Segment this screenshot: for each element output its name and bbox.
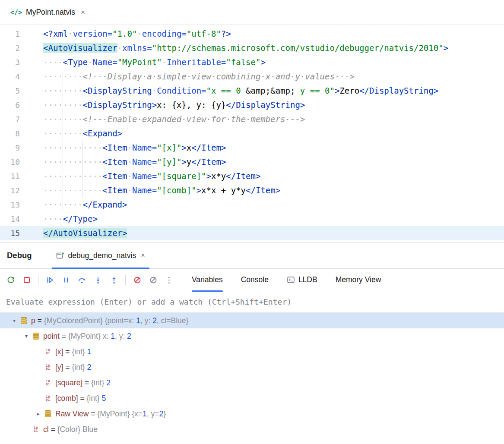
rerun-debug-icon[interactable] [6,275,15,284]
expand-chevron-icon[interactable]: ▸ [33,411,44,417]
variable-value: {x= [132,409,143,419]
primitive-value-icon: 1001 [44,395,55,402]
editor-code[interactable]: 1<?xml·version="1.0"·encoding="utf-8"?>2… [0,25,504,242]
variable-row-cl[interactable]: 1001cl = {Color} Blue [0,422,504,437]
debug-view-tabs: VariablesConsoleLLDBMemory View [192,269,381,291]
tab-variables[interactable]: Variables [192,269,223,291]
variable-row-raw-view[interactable]: ▸Raw View = {MyPoint} {x=1, y=2} [0,406,504,422]
tab-label: Variables [192,275,223,284]
editor-tab-title: MyPoint.natvis [26,8,75,17]
editor-tab-mypoint-natvis[interactable]: </> MyPoint.natvis × [6,0,89,25]
code-line-11[interactable]: 11············<Item·Name="[square]">x*y<… [0,169,504,183]
variable-type: {MyColoredPoint} [44,316,105,325]
tab-label: LLDB [298,275,317,284]
variable-value: {point=x: [105,316,136,325]
expand-chevron-icon[interactable]: ▾ [21,333,32,339]
code-line-6[interactable]: 6········<DisplayString>x: {x}, y: {y}</… [0,98,504,112]
primitive-value-icon: 1001 [44,380,55,386]
code-line-15[interactable]: 15</AutoVisualizer> [0,226,504,240]
equals-sign: = [89,409,98,419]
mute-breakpoints-icon[interactable] [133,275,142,284]
object-stack-icon [44,410,55,418]
step-over-icon[interactable] [77,275,86,284]
equals-sign: = [78,394,87,403]
variable-type: {MyPoint} [97,409,132,419]
variable-name: Raw View [55,409,89,419]
variable-value: Blue [82,425,98,434]
line-number: 9 [0,141,20,155]
code-line-14[interactable]: 14····</Type> [0,212,504,226]
variable-row-x[interactable]: 1001[x] = {int} 1 [0,344,504,359]
line-number: 12 [0,183,20,198]
variable-name: [x] [55,347,63,356]
more-actions-icon[interactable]: ⋮ [165,275,174,284]
variable-name: [y] [55,363,63,372]
variable-type: {int} [91,378,106,387]
equals-sign: = [60,332,68,341]
variable-value: , y: [140,316,152,325]
step-into-icon[interactable] [93,275,102,284]
variable-value: , y= [147,409,159,419]
line-number: 7 [0,112,20,126]
close-session-icon[interactable]: × [141,252,145,259]
line-number: 3 [0,55,20,69]
code-line-4[interactable]: 4········<!--·Display·a·simple·view·comb… [0,69,504,84]
line-number: 11 [0,169,20,183]
code-line-3[interactable]: 3····<Type·Name="MyPoint"·Inheritable="f… [0,55,504,69]
stop-icon[interactable] [22,275,31,284]
variable-type: {Color} [57,425,82,434]
line-number: 5 [0,84,20,98]
variables-tree: ▾p = {MyColoredPoint} {point=x: 1, y: 2,… [0,313,504,437]
line-number: 8 [0,126,20,141]
variable-number-value: 2 [87,363,91,372]
evaluate-expression-input[interactable]: Evaluate expression (Enter) or add a wat… [0,291,504,313]
debug-panel-title: Debug [7,251,32,260]
debug-toolwindow-header: Debug debug_demo_natvis × [0,242,504,269]
step-out-icon[interactable] [109,275,118,284]
line-number: 10 [0,155,20,169]
variable-row-comb[interactable]: 1001[comb] = {int} 5 [0,390,504,406]
line-number: 14 [0,212,20,226]
variable-name: [comb] [55,394,78,403]
close-tab-icon[interactable]: × [81,8,85,17]
tab-console[interactable]: Console [241,269,269,291]
code-line-5[interactable]: 5········<DisplayString·Condition="x == … [0,84,504,98]
variable-type: {int} [72,363,87,372]
code-line-8[interactable]: 8········<Expand> [0,126,504,141]
variable-row-point[interactable]: ▾point = {MyPoint} x: 1, y: 2 [0,328,504,344]
evaluate-placeholder: Evaluate expression (Enter) or add a wat… [6,297,292,306]
code-line-2[interactable]: 2<AutoVisualizer·xmlns="http://schemas.m… [0,41,504,55]
line-number: 4 [0,69,20,84]
variable-type: {MyPoint} [68,332,103,341]
resume-icon[interactable] [45,275,54,284]
variable-number-value: 5 [102,394,106,403]
tab-memory-view[interactable]: Memory View [336,269,381,291]
terminal-icon [287,276,295,284]
variable-value: x: [103,332,111,341]
variable-row-p[interactable]: ▾p = {MyColoredPoint} {point=x: 1, y: 2,… [0,313,504,328]
code-line-7[interactable]: 7········<!--·Enable·expanded·view·for·t… [0,112,504,126]
line-number: 1 [0,27,20,41]
variable-number-value: 2 [127,332,131,341]
hide-watches-icon[interactable] [149,275,158,284]
code-line-13[interactable]: 13········</Expand> [0,198,504,212]
code-line-12[interactable]: 12············<Item·Name="[comb]">x*x + … [0,183,504,198]
code-line-9[interactable]: 9············<Item·Name="[x]">x</Item> [0,141,504,155]
pause-icon[interactable] [61,275,70,284]
variable-number-value: 1 [111,332,115,341]
variable-number-value: 2 [152,316,157,325]
equals-sign: = [49,425,57,434]
toolbar-separator [38,275,38,285]
tab-label: Memory View [336,275,381,284]
variable-row-square[interactable]: 1001[square] = {int} 2 [0,375,504,390]
debug-session-tab[interactable]: debug_demo_natvis × [52,242,149,268]
equals-sign: = [82,378,91,387]
tab-lldb[interactable]: LLDB [287,269,317,291]
xml-file-icon: </> [10,9,22,16]
expand-chevron-icon[interactable]: ▾ [9,318,20,324]
variable-name: p [31,316,35,325]
variable-row-y[interactable]: 1001[y] = {int} 2 [0,359,504,375]
primitive-value-icon: 1001 [44,364,55,371]
code-line-10[interactable]: 10············<Item·Name="[y]">y</Item> [0,155,504,169]
code-line-1[interactable]: 1<?xml·version="1.0"·encoding="utf-8"?> [0,27,504,41]
